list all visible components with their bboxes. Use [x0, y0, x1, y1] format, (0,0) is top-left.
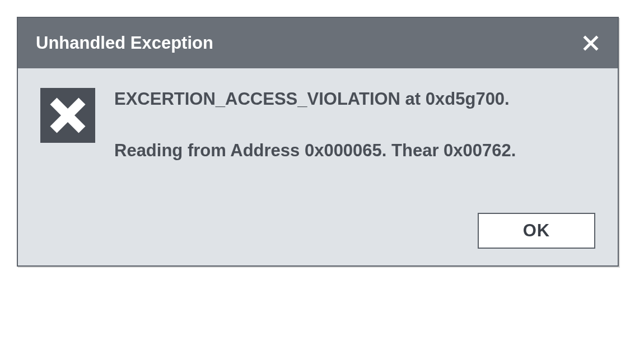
ok-button[interactable]: OK [478, 213, 595, 249]
dialog-footer: OK [40, 213, 595, 249]
error-dialog: Unhandled Exception EXCERTION_ACCESS_VIO… [17, 17, 619, 267]
close-button[interactable] [580, 32, 602, 54]
error-icon [40, 88, 95, 143]
dialog-body: EXCERTION_ACCESS_VIOLATION at 0xd5g700. … [18, 68, 618, 265]
dialog-content: EXCERTION_ACCESS_VIOLATION at 0xd5g700. … [40, 85, 595, 162]
titlebar: Unhandled Exception [18, 18, 618, 68]
dialog-title: Unhandled Exception [36, 33, 213, 53]
error-message-line-2: Reading from Address 0x000065. Thear 0x0… [114, 139, 516, 162]
error-message-line-1: EXCERTION_ACCESS_VIOLATION at 0xd5g700. [114, 88, 516, 110]
message-area: EXCERTION_ACCESS_VIOLATION at 0xd5g700. … [114, 85, 516, 162]
close-icon [582, 35, 599, 52]
